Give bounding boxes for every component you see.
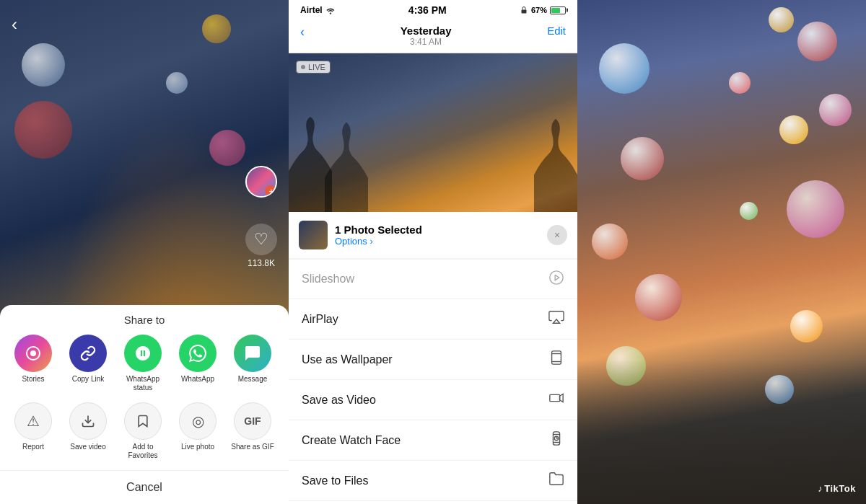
whatsapp-status-label: WhatsApp status [117,375,169,392]
share-more-item[interactable]: Fa Fa... [281,335,289,392]
nav-subtitle: 3:41 AM [401,37,452,47]
actions-list: Slideshow AirPlay Use as Wallpaper Save … [289,260,577,504]
report-label: Report [22,443,44,451]
like-section: ♡ 113.8K [245,224,277,268]
panel-photo-fullscreen: ♪ TikTok [577,0,866,504]
live-photo-item[interactable]: ◎ Live photo [172,402,224,460]
svg-rect-4 [521,10,526,14]
share-whatsapp-item[interactable]: WhatsApp [172,335,224,392]
photo-preview: LIVE [289,53,577,212]
avatar[interactable]: + [245,166,277,198]
save-as-video-label: Save as Video [302,394,376,407]
watch-face-item[interactable]: Create Watch Face [289,420,577,461]
add-favorites-label: Add to Favorites [117,443,169,460]
svg-rect-10 [550,394,560,401]
share-info: 1 Photo Selected Options › [335,224,422,247]
share-gif-icon: GIF [234,402,271,440]
share-message-item[interactable]: Message [227,335,279,392]
save-as-video-icon [548,390,564,410]
share-header: 1 Photo Selected Options › × [289,212,577,258]
share-whatsapp-status-item[interactable]: WhatsApp status [117,335,169,392]
svg-rect-7 [552,351,561,364]
slideshow-item[interactable]: Slideshow [289,260,577,299]
svg-marker-6 [553,319,559,324]
tiktok-label: TikTok [824,483,856,494]
nav-title: Yesterday [401,25,452,37]
add-favorites-icon [124,402,162,440]
airplay-icon [548,309,564,329]
panel-tiktok-share: ‹ + ♡ 113.8K Share to Stories Copy Link [0,0,289,504]
action-icons-row: ⚠ Report Save video Add to Favorites ◎ L… [0,392,289,460]
copy-link-label: Copy Link [72,375,104,384]
battery-percent: 67% [531,6,547,14]
close-button[interactable]: × [547,225,567,245]
panel-ios-share: Airtel 4:36 PM 67% ‹ Yesterday 3:41 AM E… [289,0,577,504]
add-favorites-item[interactable]: Add to Favorites [117,402,169,460]
slideshow-icon [548,270,564,288]
save-to-files-item[interactable]: Save to Files [289,461,577,501]
share-gif-item[interactable]: GIF Share as GIF [227,402,279,460]
live-photo-icon: ◎ [179,402,216,440]
save-to-files-icon [548,471,564,490]
svg-point-3 [330,12,331,14]
watch-face-label: Create Watch Face [302,434,401,447]
tree-silhouette [289,117,577,212]
status-bar: Airtel 4:36 PM 67% [289,0,577,20]
save-as-video-item[interactable]: Save as Video [289,380,577,420]
share-sheet: Share to Stories Copy Link WhatsApp stat… [0,305,289,504]
save-to-files-label: Save to Files [302,474,368,487]
save-video-icon [69,402,107,440]
report-icon: ⚠ [14,402,52,440]
save-video-label: Save video [70,443,105,451]
whatsapp-icon [179,335,216,372]
wifi-icon [325,6,336,14]
copy-link-icon [69,335,107,372]
report-item[interactable]: ⚠ Report [7,402,59,460]
airplay-item[interactable]: AirPlay [289,299,577,340]
share-copylink-item[interactable]: Copy Link [62,335,114,392]
cancel-button[interactable]: Cancel [0,470,289,504]
whatsapp-label: WhatsApp [181,375,214,384]
live-dot [301,65,305,69]
wallpaper-item[interactable]: Use as Wallpaper [289,340,577,380]
lock-icon [520,6,528,14]
share-gif-label: Share as GIF [231,443,274,451]
tiktok-logo: ♪ TikTok [818,483,856,494]
status-bar-left: Airtel [300,5,336,15]
options-link[interactable]: Options › [335,236,422,247]
live-label: LIVE [308,63,325,71]
ground-shadow [577,360,866,504]
live-photo-label: Live photo [181,443,214,451]
share-title: Share to [0,314,289,335]
heart-icon[interactable]: ♡ [245,224,277,255]
wallpaper-icon [548,350,564,369]
navigation-bar: ‹ Yesterday 3:41 AM Edit [289,20,577,53]
carrier-label: Airtel [300,5,323,15]
nav-center: Yesterday 3:41 AM [401,25,452,47]
whatsapp-status-icon [124,335,162,372]
tiktok-note-icon: ♪ [818,483,823,494]
nav-back-button[interactable]: ‹ [300,25,305,40]
status-time: 4:36 PM [408,4,447,16]
share-stories-item[interactable]: Stories [7,335,59,392]
photo-thumbnail [299,221,328,249]
stories-icon [14,335,52,372]
svg-marker-11 [560,394,564,402]
wallpaper-label: Use as Wallpaper [302,353,393,366]
airplay-label: AirPlay [302,313,338,326]
watch-face-icon [548,430,564,450]
message-icon [234,335,271,372]
stories-label: Stories [22,375,44,384]
save-video-item[interactable]: Save video [62,402,114,460]
edit-button[interactable]: Edit [547,25,566,37]
live-badge: LIVE [296,61,331,74]
share-header-left: 1 Photo Selected Options › [299,221,422,249]
share-icons-row: Stories Copy Link WhatsApp status WhatsA… [0,335,289,392]
back-button[interactable]: ‹ [12,14,17,35]
svg-point-5 [550,271,563,284]
photo-count: 1 Photo Selected [335,224,422,236]
assign-contact-item[interactable]: Assign to Contact [289,501,577,504]
slideshow-label: Slideshow [302,273,354,286]
battery-icon [550,6,566,14]
message-label: Message [238,375,268,384]
